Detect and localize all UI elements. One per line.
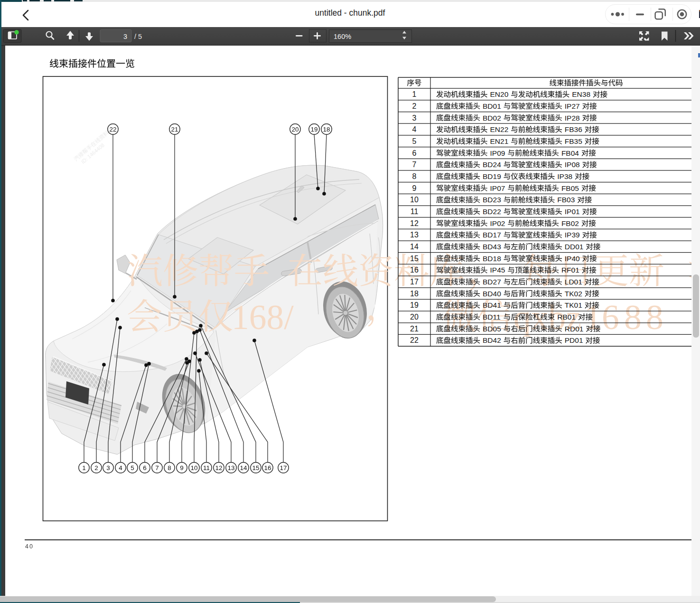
- svg-text:IP39: IP39: [565, 231, 580, 239]
- svg-text:FB02: FB02: [561, 219, 579, 227]
- svg-text:3: 3: [106, 464, 110, 471]
- svg-text:21: 21: [171, 126, 178, 133]
- svg-text:20: 20: [410, 313, 419, 321]
- svg-text:BD27: BD27: [483, 278, 501, 286]
- svg-text:20: 20: [291, 126, 299, 133]
- svg-text:BD42: BD42: [483, 336, 501, 344]
- svg-text:LD01: LD01: [565, 278, 582, 286]
- svg-text:12: 12: [410, 219, 419, 227]
- svg-text:FB05: FB05: [561, 184, 579, 192]
- svg-text:4: 4: [119, 464, 122, 471]
- svg-text:2: 2: [94, 464, 98, 471]
- svg-text:FB04: FB04: [561, 149, 579, 157]
- svg-text:40: 40: [25, 543, 34, 550]
- svg-text:TK01: TK01: [565, 301, 582, 309]
- svg-text:IP45: IP45: [490, 266, 505, 274]
- svg-text:14: 14: [410, 243, 419, 251]
- svg-text:8: 8: [646, 298, 663, 337]
- svg-text:14: 14: [240, 464, 247, 471]
- svg-text:BD05: BD05: [483, 325, 501, 333]
- svg-text:IP28: IP28: [565, 114, 580, 122]
- svg-text:11: 11: [203, 464, 210, 471]
- svg-text:IP40: IP40: [565, 254, 580, 263]
- svg-text:13: 13: [410, 231, 419, 239]
- svg-text:BD41: BD41: [483, 301, 501, 309]
- svg-text:7: 7: [412, 160, 417, 169]
- svg-text:10: 10: [410, 196, 419, 204]
- svg-text:8: 8: [412, 172, 417, 180]
- svg-text:5: 5: [412, 137, 417, 145]
- svg-text:BD43: BD43: [483, 243, 501, 251]
- svg-text:6: 6: [143, 464, 147, 471]
- svg-text:IP02: IP02: [490, 219, 505, 227]
- svg-text:17: 17: [410, 278, 419, 286]
- svg-text:BD18: BD18: [483, 254, 501, 263]
- svg-text:13: 13: [227, 464, 234, 471]
- svg-text:EN20: EN20: [490, 90, 509, 98]
- svg-text:TK02: TK02: [565, 290, 582, 298]
- svg-text:22: 22: [109, 126, 116, 133]
- svg-text:RB01: RB01: [557, 313, 576, 321]
- svg-text:7: 7: [155, 464, 159, 471]
- svg-text:PD01: PD01: [565, 336, 583, 344]
- svg-text:3: 3: [412, 114, 417, 122]
- svg-text:5: 5: [131, 464, 134, 471]
- svg-text:8: 8: [168, 464, 171, 471]
- svg-text:9: 9: [412, 184, 417, 192]
- svg-text:10: 10: [190, 464, 197, 471]
- svg-text:6: 6: [602, 298, 619, 337]
- svg-text:12: 12: [215, 464, 222, 471]
- svg-text:BD24: BD24: [483, 160, 501, 169]
- svg-text:IP09: IP09: [490, 149, 505, 157]
- svg-text:21: 21: [410, 325, 419, 333]
- svg-text:BD02: BD02: [483, 114, 501, 122]
- svg-text:BD11: BD11: [483, 313, 501, 321]
- svg-text:168/: 168/: [232, 298, 294, 337]
- svg-text:BD40: BD40: [483, 290, 501, 298]
- svg-text:EN22: EN22: [490, 125, 509, 133]
- svg-text:22: 22: [410, 336, 419, 344]
- svg-text:16: 16: [410, 266, 419, 274]
- svg-text:DD01: DD01: [565, 243, 584, 251]
- svg-text:2: 2: [412, 102, 417, 110]
- svg-text:EN21: EN21: [490, 137, 509, 145]
- svg-text:15: 15: [252, 464, 259, 471]
- svg-text:FB03: FB03: [557, 196, 575, 204]
- svg-text:IP07: IP07: [490, 184, 505, 192]
- svg-text:19: 19: [310, 126, 317, 133]
- svg-text:15: 15: [410, 254, 419, 263]
- svg-text:BD23: BD23: [483, 196, 501, 204]
- svg-text:BD22: BD22: [483, 207, 501, 216]
- svg-text:17: 17: [280, 464, 287, 471]
- svg-text:1: 1: [82, 464, 86, 471]
- svg-text:1: 1: [412, 90, 417, 98]
- svg-text:IP27: IP27: [565, 102, 580, 110]
- svg-text:9: 9: [180, 464, 184, 471]
- svg-text:18: 18: [410, 290, 419, 298]
- svg-text:FB36: FB36: [565, 125, 582, 133]
- svg-text:16: 16: [264, 464, 271, 471]
- svg-text:19: 19: [410, 301, 419, 309]
- svg-text:18: 18: [323, 126, 330, 133]
- svg-text:BD19: BD19: [483, 172, 501, 180]
- svg-text:IP01: IP01: [565, 207, 580, 216]
- svg-text:RF01: RF01: [561, 266, 579, 274]
- svg-text:4: 4: [412, 125, 417, 133]
- svg-text:IP08: IP08: [565, 160, 580, 169]
- svg-text:IP38: IP38: [557, 172, 572, 180]
- svg-text:11: 11: [411, 207, 419, 216]
- svg-text:BD01: BD01: [483, 102, 501, 110]
- svg-text:6: 6: [412, 149, 417, 157]
- svg-text:8: 8: [624, 298, 642, 337]
- svg-text:BD17: BD17: [483, 231, 501, 239]
- svg-text:EN38: EN38: [572, 90, 590, 98]
- svg-text:RD01: RD01: [565, 325, 584, 333]
- svg-text:FB35: FB35: [565, 137, 582, 145]
